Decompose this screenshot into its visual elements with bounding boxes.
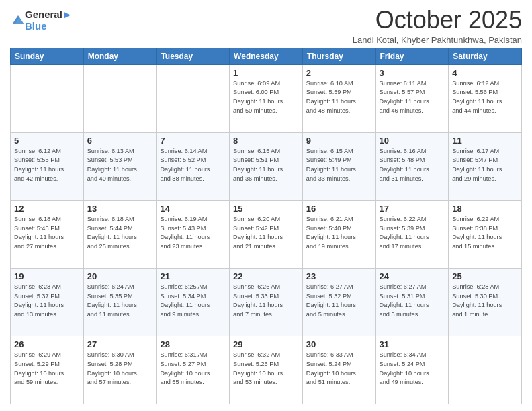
table-row: 24Sunrise: 6:27 AMSunset: 5:31 PMDayligh…: [375, 268, 449, 336]
day-number: 13: [87, 203, 153, 214]
day-number: 7: [160, 136, 226, 146]
day-info: Sunrise: 6:10 AMSunset: 5:59 PMDaylight:…: [306, 79, 372, 116]
table-row: 26Sunrise: 6:29 AMSunset: 5:29 PMDayligh…: [11, 336, 84, 404]
day-info: Sunrise: 6:16 AMSunset: 5:48 PMDaylight:…: [380, 147, 445, 184]
day-info: Sunrise: 6:13 AMSunset: 5:53 PMDaylight:…: [87, 147, 153, 184]
table-row: 4Sunrise: 6:12 AMSunset: 5:56 PMDaylight…: [449, 64, 522, 132]
day-info: Sunrise: 6:29 AMSunset: 5:29 PMDaylight:…: [14, 351, 80, 387]
table-row: 22Sunrise: 6:26 AMSunset: 5:33 PMDayligh…: [230, 268, 303, 336]
day-number: 14: [160, 203, 226, 214]
day-number: 12: [14, 203, 80, 214]
day-info: Sunrise: 6:11 AMSunset: 5:57 PMDaylight:…: [380, 79, 445, 116]
table-row: 2Sunrise: 6:10 AMSunset: 5:59 PMDaylight…: [302, 64, 375, 132]
day-number: 9: [306, 136, 372, 146]
logo: General► Blue: [10, 9, 73, 32]
table-row: 11Sunrise: 6:17 AMSunset: 5:47 PMDayligh…: [449, 132, 522, 200]
table-row: 8Sunrise: 6:15 AMSunset: 5:51 PMDaylight…: [230, 132, 303, 200]
week-row-4: 26Sunrise: 6:29 AMSunset: 5:29 PMDayligh…: [11, 336, 522, 404]
day-number: 10: [380, 136, 445, 146]
table-row: [11, 64, 84, 132]
table-row: [449, 336, 522, 404]
day-info: Sunrise: 6:34 AMSunset: 5:24 PMDaylight:…: [380, 351, 445, 387]
day-info: Sunrise: 6:17 AMSunset: 5:47 PMDaylight:…: [452, 147, 518, 184]
day-number: 8: [233, 136, 299, 146]
day-number: 17: [380, 203, 445, 214]
header-row: Sunday Monday Tuesday Wednesday Thursday…: [11, 48, 522, 64]
table-row: [157, 64, 230, 132]
day-info: Sunrise: 6:22 AMSunset: 5:39 PMDaylight:…: [380, 215, 445, 252]
week-row-1: 5Sunrise: 6:12 AMSunset: 5:55 PMDaylight…: [11, 132, 522, 200]
day-number: 29: [233, 339, 299, 349]
week-row-2: 12Sunrise: 6:18 AMSunset: 5:45 PMDayligh…: [11, 200, 522, 268]
calendar-table: Sunday Monday Tuesday Wednesday Thursday…: [10, 48, 522, 404]
table-row: 13Sunrise: 6:18 AMSunset: 5:44 PMDayligh…: [83, 200, 157, 268]
col-thursday: Thursday: [302, 48, 375, 64]
table-row: 20Sunrise: 6:24 AMSunset: 5:35 PMDayligh…: [83, 268, 157, 336]
table-row: 5Sunrise: 6:12 AMSunset: 5:55 PMDaylight…: [11, 132, 84, 200]
day-number: 23: [306, 271, 372, 281]
table-row: 23Sunrise: 6:27 AMSunset: 5:32 PMDayligh…: [302, 268, 375, 336]
day-number: 30: [306, 339, 372, 349]
day-info: Sunrise: 6:24 AMSunset: 5:35 PMDaylight:…: [87, 283, 153, 320]
day-info: Sunrise: 6:25 AMSunset: 5:34 PMDaylight:…: [160, 283, 226, 320]
table-row: 31Sunrise: 6:34 AMSunset: 5:24 PMDayligh…: [375, 336, 449, 404]
col-wednesday: Wednesday: [230, 48, 303, 64]
week-row-3: 19Sunrise: 6:23 AMSunset: 5:37 PMDayligh…: [11, 268, 522, 336]
day-info: Sunrise: 6:22 AMSunset: 5:38 PMDaylight:…: [452, 215, 518, 252]
table-row: 17Sunrise: 6:22 AMSunset: 5:39 PMDayligh…: [375, 200, 449, 268]
col-friday: Friday: [375, 48, 449, 64]
day-info: Sunrise: 6:12 AMSunset: 5:56 PMDaylight:…: [452, 79, 518, 116]
col-sunday: Sunday: [11, 48, 84, 64]
day-number: 24: [380, 271, 445, 281]
day-info: Sunrise: 6:30 AMSunset: 5:28 PMDaylight:…: [87, 351, 153, 387]
day-number: 11: [452, 136, 518, 146]
title-section: October 2025 Landi Kotal, Khyber Pakhtun…: [353, 7, 522, 45]
day-info: Sunrise: 6:18 AMSunset: 5:45 PMDaylight:…: [14, 215, 80, 252]
table-row: 27Sunrise: 6:30 AMSunset: 5:28 PMDayligh…: [83, 336, 157, 404]
col-saturday: Saturday: [449, 48, 522, 64]
table-row: 6Sunrise: 6:13 AMSunset: 5:53 PMDaylight…: [83, 132, 157, 200]
day-number: 3: [380, 68, 445, 78]
month-title: October 2025: [353, 7, 522, 34]
day-number: 21: [160, 271, 226, 281]
table-row: 21Sunrise: 6:25 AMSunset: 5:34 PMDayligh…: [157, 268, 230, 336]
day-number: 27: [87, 339, 153, 349]
logo-icon: [11, 13, 25, 26]
header: General► Blue October 2025 Landi Kotal, …: [10, 7, 522, 45]
day-info: Sunrise: 6:18 AMSunset: 5:44 PMDaylight:…: [87, 215, 153, 252]
day-number: 1: [233, 68, 299, 78]
day-number: 25: [452, 271, 518, 281]
day-number: 18: [452, 203, 518, 214]
table-row: [83, 64, 157, 132]
table-row: 18Sunrise: 6:22 AMSunset: 5:38 PMDayligh…: [449, 200, 522, 268]
table-row: 14Sunrise: 6:19 AMSunset: 5:43 PMDayligh…: [157, 200, 230, 268]
day-number: 6: [87, 136, 153, 146]
day-info: Sunrise: 6:14 AMSunset: 5:52 PMDaylight:…: [160, 147, 226, 184]
table-row: 9Sunrise: 6:15 AMSunset: 5:49 PMDaylight…: [302, 132, 375, 200]
table-row: 3Sunrise: 6:11 AMSunset: 5:57 PMDaylight…: [375, 64, 449, 132]
table-row: 10Sunrise: 6:16 AMSunset: 5:48 PMDayligh…: [375, 132, 449, 200]
day-number: 19: [14, 271, 80, 281]
day-info: Sunrise: 6:09 AMSunset: 6:00 PMDaylight:…: [233, 79, 299, 116]
day-info: Sunrise: 6:19 AMSunset: 5:43 PMDaylight:…: [160, 215, 226, 252]
logo-line1: General►: [25, 9, 73, 21]
table-row: 29Sunrise: 6:32 AMSunset: 5:26 PMDayligh…: [230, 336, 303, 404]
day-info: Sunrise: 6:15 AMSunset: 5:49 PMDaylight:…: [306, 147, 372, 184]
day-number: 28: [160, 339, 226, 349]
day-info: Sunrise: 6:28 AMSunset: 5:30 PMDaylight:…: [452, 283, 518, 320]
day-number: 26: [14, 339, 80, 349]
col-tuesday: Tuesday: [157, 48, 230, 64]
table-row: 28Sunrise: 6:31 AMSunset: 5:27 PMDayligh…: [157, 336, 230, 404]
day-info: Sunrise: 6:20 AMSunset: 5:42 PMDaylight:…: [233, 215, 299, 252]
day-info: Sunrise: 6:33 AMSunset: 5:24 PMDaylight:…: [306, 351, 372, 387]
table-row: 30Sunrise: 6:33 AMSunset: 5:24 PMDayligh…: [302, 336, 375, 404]
day-info: Sunrise: 6:15 AMSunset: 5:51 PMDaylight:…: [233, 147, 299, 184]
table-row: 7Sunrise: 6:14 AMSunset: 5:52 PMDaylight…: [157, 132, 230, 200]
day-info: Sunrise: 6:27 AMSunset: 5:31 PMDaylight:…: [380, 283, 445, 320]
day-number: 15: [233, 203, 299, 214]
day-number: 31: [380, 339, 445, 349]
logo-line2: Blue: [25, 21, 73, 32]
day-number: 2: [306, 68, 372, 78]
day-info: Sunrise: 6:23 AMSunset: 5:37 PMDaylight:…: [14, 283, 80, 320]
page: General► Blue October 2025 Landi Kotal, …: [0, 0, 532, 411]
